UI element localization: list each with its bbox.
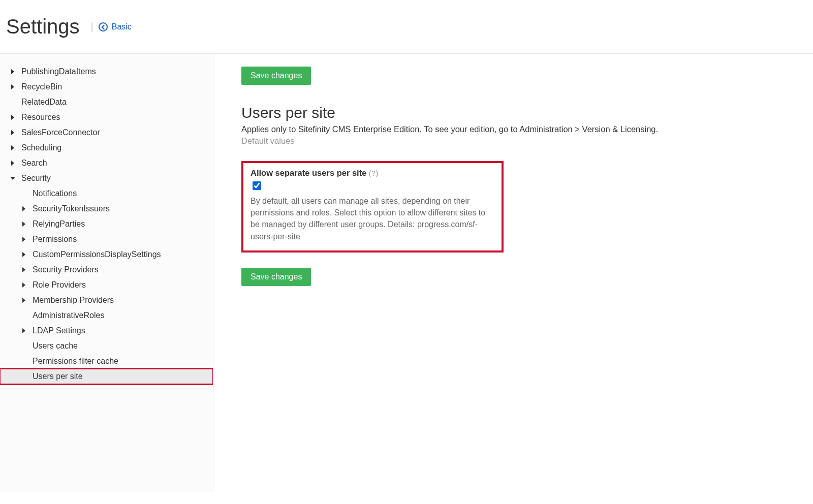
chevron-right-icon[interactable]	[11, 115, 16, 120]
setting-allow-separate-users: Allow separate users per site (?) By def…	[241, 161, 504, 253]
chevron-right-icon[interactable]	[22, 328, 27, 333]
default-values-label: Default values	[241, 136, 785, 146]
tree-item-security[interactable]: Security	[0, 171, 213, 186]
tree-item-resources[interactable]: Resources	[0, 110, 213, 125]
tree-item-salesforceconnector[interactable]: SalesForceConnector	[0, 125, 213, 140]
help-icon[interactable]: (?)	[369, 169, 378, 177]
tree-item-label: Resources	[21, 113, 60, 122]
tree-item-label: Permissions filter cache	[33, 357, 118, 366]
chevron-right-icon[interactable]	[11, 130, 16, 135]
tree-item-label: Permissions	[33, 235, 77, 244]
tree-item-relateddata[interactable]: RelatedData	[0, 94, 213, 110]
tree-item-label: Security Providers	[33, 265, 99, 274]
save-button-top[interactable]: Save changes	[241, 67, 311, 85]
tree-item-securitytokenissuers[interactable]: SecurityTokenIssuers	[0, 201, 213, 216]
setting-title: Allow separate users per site	[251, 168, 366, 177]
tree-item-permissions[interactable]: Permissions	[0, 232, 213, 247]
section-description: Applies only to Sitefinity CMS Enterpris…	[241, 124, 785, 134]
allow-separate-checkbox[interactable]	[253, 181, 261, 190]
tree-item-label: Scheduling	[21, 143, 61, 152]
chevron-right-icon[interactable]	[22, 222, 27, 227]
settings-tree[interactable]: PublishingDataItemsRecycleBinRelatedData…	[0, 64, 213, 492]
separator: |	[91, 21, 93, 33]
chevron-right-icon[interactable]	[22, 267, 27, 272]
tree-item-membership-providers[interactable]: Membership Providers	[0, 293, 213, 308]
chevron-right-icon[interactable]	[22, 237, 27, 242]
tree-item-label: RelyingParties	[33, 219, 85, 229]
tree-item-label: Search	[21, 159, 47, 168]
tree-item-recyclebin[interactable]: RecycleBin	[0, 79, 213, 94]
tree-item-relyingparties[interactable]: RelyingParties	[0, 216, 213, 232]
chevron-right-icon[interactable]	[22, 252, 27, 257]
tree-item-label: LDAP Settings	[33, 326, 85, 335]
tree-item-custompermissionsdisplaysettings[interactable]: CustomPermissionsDisplaySettings	[0, 247, 213, 262]
tree-item-label: Role Providers	[33, 280, 86, 290]
tree-item-label: SalesForceConnector	[21, 128, 100, 137]
back-arrow-icon	[99, 22, 108, 32]
tree-item-security-providers[interactable]: Security Providers	[0, 262, 213, 277]
chevron-right-icon[interactable]	[11, 161, 16, 166]
tree-item-users-per-site[interactable]: Users per site	[0, 369, 213, 384]
tree-item-scheduling[interactable]: Scheduling	[0, 140, 213, 155]
chevron-down-icon[interactable]	[11, 176, 16, 181]
tree-item-label: Security	[21, 174, 51, 183]
section-heading: Users per site	[241, 104, 785, 121]
tree-item-notifications[interactable]: Notifications	[0, 186, 213, 201]
chevron-right-icon[interactable]	[22, 282, 27, 288]
tree-item-search[interactable]: Search	[0, 155, 213, 171]
tree-item-label: Users per site	[33, 372, 83, 381]
basic-link-label: Basic	[112, 22, 132, 32]
page-title: Settings	[6, 15, 80, 38]
tree-item-label: SecurityTokenIssuers	[33, 204, 110, 213]
tree-item-label: AdministrativeRoles	[33, 311, 104, 320]
main-content: Save changes Users per site Applies only…	[213, 54, 813, 492]
chevron-right-icon[interactable]	[22, 298, 27, 303]
tree-item-users-cache[interactable]: Users cache	[0, 338, 213, 354]
tree-item-label: Notifications	[33, 189, 77, 198]
tree-item-publishingdataitems[interactable]: PublishingDataItems	[0, 64, 213, 79]
tree-item-label: PublishingDataItems	[21, 67, 96, 76]
tree-item-label: Membership Providers	[33, 296, 114, 305]
tree-item-ldap-settings[interactable]: LDAP Settings	[0, 323, 213, 338]
tree-item-role-providers[interactable]: Role Providers	[0, 277, 213, 293]
tree-item-label: CustomPermissionsDisplaySettings	[33, 250, 161, 259]
settings-sidebar: PublishingDataItemsRecycleBinRelatedData…	[0, 54, 213, 492]
save-button-bottom[interactable]: Save changes	[241, 268, 311, 286]
tree-item-administrativeroles[interactable]: AdministrativeRoles	[0, 308, 213, 323]
setting-description: By default, all users can manage all sit…	[251, 195, 494, 242]
chevron-right-icon[interactable]	[22, 206, 27, 211]
tree-item-permissions-filter-cache[interactable]: Permissions filter cache	[0, 354, 213, 369]
tree-item-label: RelatedData	[21, 98, 67, 107]
tree-item-label: Users cache	[33, 341, 78, 351]
tree-item-label: RecycleBin	[21, 82, 62, 91]
basic-link[interactable]: Basic	[99, 22, 132, 32]
chevron-right-icon[interactable]	[11, 145, 16, 150]
chevron-right-icon[interactable]	[11, 69, 16, 74]
chevron-right-icon[interactable]	[11, 84, 16, 89]
page-header: Settings | Basic	[0, 0, 813, 54]
